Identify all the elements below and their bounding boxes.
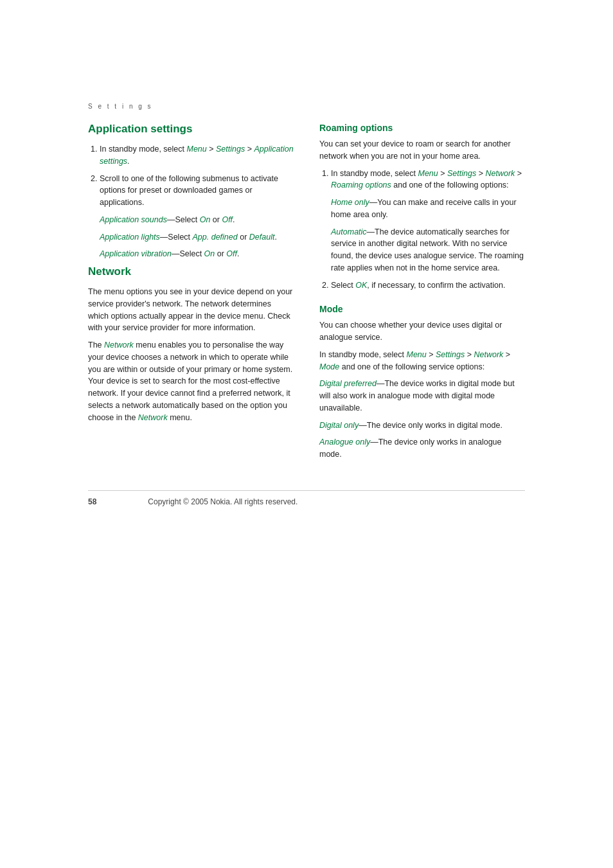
roaming-step1-text: In standby mode, select Menu > Settings …: [331, 169, 522, 190]
digital-preferred-text: Digital preferred—The device works in di…: [319, 378, 525, 414]
home-only-item: Home only—You can make and receive calls…: [331, 197, 525, 221]
app-lights-item: Application lights—Select App. defined o…: [100, 231, 294, 244]
network-paragraph2: The Network menu enables you to personal…: [88, 339, 294, 423]
mode-desc-between3: >: [503, 350, 510, 359]
app-sounds-on: On: [200, 215, 211, 224]
network-para2-end: menu.: [168, 413, 192, 422]
home-only-label: Home only: [331, 198, 369, 207]
digital-only-text: Digital only—The device only works in di…: [319, 420, 525, 432]
app-vibration-dash: —Select: [172, 249, 204, 258]
mode-desc-between2: >: [465, 350, 474, 359]
roaming-steps-list: In standby mode, select Menu > Settings …: [319, 168, 525, 292]
app-settings-step1: In standby mode, select Menu > Settings …: [100, 143, 294, 168]
app-settings-step2: Scroll to one of the following submenus …: [100, 173, 294, 261]
mode-desc-before: In standby mode, select: [319, 350, 407, 359]
menu-link: Menu: [187, 145, 207, 154]
step2-text: Scroll to one of the following submenus …: [100, 174, 278, 208]
digital-only-item: Digital only—The device only works in di…: [319, 420, 525, 432]
app-sounds-label: Application sounds: [100, 215, 167, 224]
mode-intro: You can choose whether your device uses …: [319, 319, 525, 344]
network-heading: Network: [88, 265, 294, 278]
mode-settings-link: Settings: [436, 350, 465, 359]
home-only-text: Home only—You can make and receive calls…: [331, 197, 525, 221]
app-vibration-on: On: [204, 249, 215, 258]
page-footer: 58 Copyright © 2005 Nokia. All rights re…: [88, 490, 525, 506]
mode-mode-link: Mode: [319, 362, 339, 371]
network-para2-after: menu enables you to personalise the way …: [88, 341, 292, 422]
application-settings-heading: Application settings: [88, 123, 294, 136]
roaming-step1: In standby mode, select Menu > Settings …: [331, 168, 525, 274]
roaming-options-section: Roaming options You can set your device …: [319, 123, 525, 291]
app-lights-dash: —Select: [160, 233, 193, 242]
roaming-step2: Select OK, if necessary, to confirm the …: [331, 279, 525, 292]
automatic-text: Automatic—The device automatically searc…: [331, 226, 525, 274]
digital-only-label: Digital only: [319, 421, 359, 430]
app-vibration-or: or: [215, 249, 226, 258]
mode-heading: Mode: [319, 304, 525, 314]
application-settings-list: In standby mode, select Menu > Settings …: [88, 143, 294, 260]
app-lights-label: Application lights: [100, 233, 160, 242]
automatic-item: Automatic—The device automatically searc…: [331, 226, 525, 274]
two-column-layout: Application settings In standby mode, se…: [88, 123, 525, 465]
app-lights-option1: App. defined: [193, 233, 238, 242]
mode-desc: In standby mode, select Menu > Settings …: [319, 349, 525, 373]
roaming-intro: You can set your device to roam or searc…: [319, 138, 525, 163]
step1-text: In standby mode, select Menu > Settings …: [100, 145, 294, 166]
roaming-step2-text: Select OK, if necessary, to confirm the …: [331, 281, 505, 290]
app-sounds-off: Off: [222, 215, 233, 224]
app-sounds-dash: —Select: [167, 215, 200, 224]
mode-section: Mode You can choose whether your device …: [319, 304, 525, 461]
network-section: Network The menu options you see in your…: [88, 265, 294, 423]
mode-network-link: Network: [474, 350, 503, 359]
roaming-options-heading: Roaming options: [319, 123, 525, 133]
app-vibration-label: Application vibration: [100, 249, 172, 258]
copyright-text: Copyright © 2005 Nokia. All rights reser…: [148, 497, 298, 506]
app-vibration-off: Off: [226, 249, 237, 258]
digital-preferred-item: Digital preferred—The device works in di…: [319, 378, 525, 414]
app-sounds-text: Application sounds—Select On or Off.: [100, 214, 294, 226]
app-lights-option2: Default: [249, 233, 275, 242]
app-vibration-text: Application vibration—Select On or Off.: [100, 248, 294, 260]
analogue-only-text: Analogue only—The device only works in a…: [319, 436, 525, 461]
roaming-network-link: Network: [485, 169, 515, 178]
app-sounds-item: Application sounds—Select On or Off.: [100, 214, 294, 226]
automatic-label: Automatic: [331, 227, 367, 236]
right-column: Roaming options You can set your device …: [319, 123, 525, 465]
mode-desc-after: and one of the following service options…: [339, 362, 484, 371]
page: S e t t i n g s Application settings In …: [0, 0, 613, 868]
settings-link: Settings: [216, 145, 245, 154]
left-column: Application settings In standby mode, se…: [88, 123, 294, 465]
ok-link: OK: [355, 281, 367, 290]
digital-only-dash: —The device only works in digital mode.: [359, 421, 502, 430]
mode-desc-between1: >: [427, 350, 436, 359]
mode-menu-link: Menu: [407, 350, 427, 359]
roaming-options-link: Roaming options: [331, 181, 391, 190]
app-lights-period: .: [274, 233, 276, 242]
app-vibration-period: .: [237, 249, 239, 258]
roaming-settings-link: Settings: [447, 169, 476, 178]
section-label: S e t t i n g s: [88, 103, 525, 110]
app-sounds-period: .: [233, 215, 235, 224]
app-lights-text: Application lights—Select App. defined o…: [100, 231, 294, 244]
app-vibration-item: Application vibration—Select On or Off.: [100, 248, 294, 260]
network-paragraph1: The menu options you see in your device …: [88, 286, 294, 334]
network-para2-before: The: [88, 341, 104, 350]
page-number: 58: [88, 497, 96, 506]
network-link-inline2: Network: [138, 413, 168, 422]
roaming-menu-link: Menu: [418, 169, 438, 178]
application-settings-section: Application settings In standby mode, se…: [88, 123, 294, 260]
network-link-inline: Network: [104, 341, 134, 350]
analogue-only-label: Analogue only: [319, 438, 370, 447]
analogue-only-item: Analogue only—The device only works in a…: [319, 436, 525, 461]
app-sounds-or: or: [210, 215, 222, 224]
digital-preferred-label: Digital preferred: [319, 379, 377, 388]
app-lights-or: or: [238, 233, 249, 242]
